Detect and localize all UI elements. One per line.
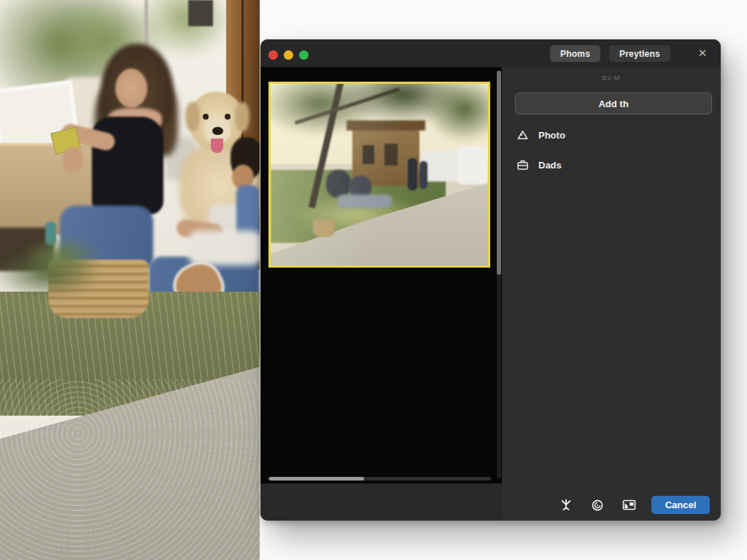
sparkle-icon[interactable] [559, 498, 573, 513]
scene-shape [185, 102, 200, 131]
vertical-scrollbar-thumb[interactable] [497, 71, 501, 275]
screen: Phoms Preytlens ✕ [0, 0, 747, 560]
traffic-light-close[interactable] [268, 50, 278, 60]
scene-shape [63, 147, 83, 172]
briefcase-icon [516, 159, 529, 171]
photo-picker-window: Phoms Preytlens ✕ [260, 39, 721, 521]
scene-shape [0, 379, 260, 560]
scene-shape [188, 0, 213, 26]
media-browser-pane [260, 67, 502, 483]
scene-shape [188, 230, 260, 265]
footer-toolbar: Cancel [559, 496, 710, 514]
photos-icon[interactable] [622, 498, 636, 513]
photo-icon [516, 129, 529, 141]
close-icon[interactable]: ✕ [694, 45, 711, 61]
tab-projects[interactable]: Preytlens [609, 45, 670, 62]
globe-icon[interactable] [590, 498, 605, 513]
scene-shape [235, 102, 249, 131]
selected-photo-thumbnail[interactable] [268, 82, 490, 268]
scene-shape [271, 84, 488, 265]
sidebar-item-dads[interactable]: Dads [516, 155, 706, 174]
scene-shape [22, 235, 102, 277]
cancel-button[interactable]: Cancel [651, 496, 710, 514]
browser-footer-strip [260, 483, 502, 521]
traffic-light-zoom[interactable] [299, 50, 309, 60]
sidebar-item-label: Dads [538, 160, 562, 171]
background-photo [0, 0, 260, 560]
scene-shape [212, 127, 223, 135]
add-button[interactable]: Add th [515, 93, 712, 114]
panel-hint-text: Bv M [502, 74, 721, 82]
horizontal-scrollbar-thumb[interactable] [269, 477, 364, 481]
window-titlebar: Phoms Preytlens ✕ [260, 39, 721, 67]
tab-photos[interactable]: Phoms [550, 45, 600, 62]
scene-shape [203, 114, 209, 120]
sidebar-item-photo[interactable]: Photo [516, 125, 706, 144]
traffic-light-minimize[interactable] [284, 50, 293, 60]
sidebar-item-label: Photo [538, 130, 565, 141]
scene-shape [211, 139, 223, 153]
scene-shape [115, 69, 147, 108]
sidebar-panel: Bv M Add th Photo Dads [502, 67, 721, 521]
scene-shape [225, 114, 231, 120]
